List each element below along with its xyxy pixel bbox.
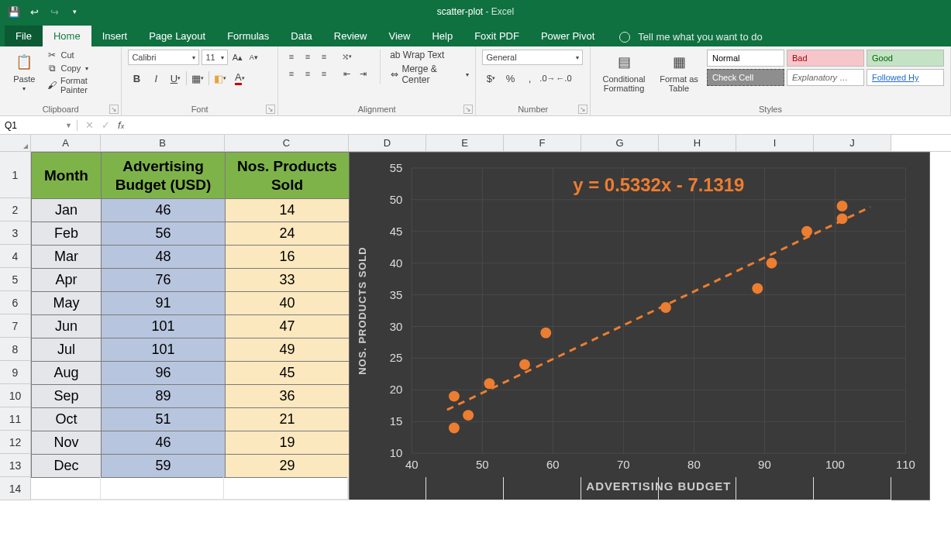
cell-style-followed-hyperlink[interactable]: Followed Hy [867,69,944,86]
row-header[interactable]: 4 [0,245,31,268]
orientation-icon[interactable]: ⤭▾ [340,50,354,64]
accounting-format-icon[interactable]: $▾ [482,70,499,87]
italic-button[interactable]: I [147,70,164,87]
row-header[interactable]: 12 [0,431,31,454]
cell-budget[interactable]: 96 [102,362,226,385]
wrap-text-button[interactable]: abWrap Text [390,50,470,60]
bold-button[interactable]: B [128,70,145,87]
save-icon[interactable]: 💾 [6,4,22,19]
cell-sold[interactable]: 19 [226,431,350,455]
dialog-launcher-icon[interactable]: ↘ [266,105,275,114]
borders-button[interactable]: ▦▾ [189,70,206,87]
paste-button[interactable]: 📋 Paste ▾ [6,50,42,92]
row-header[interactable]: 9 [0,361,31,384]
cell-budget[interactable]: 101 [102,315,226,338]
dialog-launcher-icon[interactable]: ↘ [463,105,473,114]
conditional-formatting-button[interactable]: ▤ Conditional Formatting [597,50,651,93]
dialog-launcher-icon[interactable]: ↘ [109,105,119,114]
format-as-table-button[interactable]: ▦ Format as Table [656,50,702,93]
decrease-indent-icon[interactable]: ⇤ [340,67,354,81]
tab-help[interactable]: Help [421,26,463,46]
format-painter-button[interactable]: 🖌Format Painter [47,76,115,94]
font-name-select[interactable]: Calibri▾ [128,50,199,65]
align-bottom-icon[interactable]: ≡ [317,50,331,64]
row-header[interactable]: 3 [0,222,31,245]
underline-button[interactable]: U▾ [167,70,184,87]
cell-style-bad[interactable]: Bad [787,50,864,67]
redo-icon[interactable]: ↪ [47,4,62,19]
cell-month[interactable]: Feb [32,222,102,246]
comma-format-icon[interactable]: , [521,70,538,87]
cell-budget[interactable]: 91 [102,292,226,315]
cell-month[interactable]: Dec [32,455,102,478]
row-header[interactable]: 7 [0,314,31,338]
tab-power-pivot[interactable]: Power Pivot [530,26,605,46]
enter-formula-icon[interactable]: ✓ [102,119,110,131]
column-header-G[interactable]: G [581,135,659,151]
cut-button[interactable]: ✂Cut [47,50,115,60]
row-header[interactable]: 6 [0,291,31,314]
cell-sold[interactable]: 33 [226,269,350,292]
column-header-F[interactable]: F [504,135,581,151]
cell-style-explanatory[interactable]: Explanatory … [787,69,864,86]
row-header[interactable]: 13 [0,454,31,477]
header-budget[interactable]: Advertising Budget (USD) [102,153,226,199]
cell-budget[interactable]: 59 [102,455,226,478]
font-size-select[interactable]: 11▾ [202,50,228,65]
increase-decimal-icon[interactable]: .0→ [540,71,554,85]
cell-month[interactable]: Apr [32,269,102,292]
cell-month[interactable]: Nov [32,431,102,455]
cell-sold[interactable]: 29 [226,455,350,478]
cell-month[interactable]: Oct [32,408,102,431]
tell-me[interactable]: Tell me what you want to do [619,31,762,46]
align-left-icon[interactable]: ≡ [284,67,298,81]
cell-sold[interactable]: 36 [226,385,350,408]
tab-home[interactable]: Home [43,26,91,46]
cell-sold[interactable]: 14 [226,199,350,222]
decrease-font-icon[interactable]: A▾ [246,50,260,64]
increase-font-icon[interactable]: A▴ [230,50,244,64]
column-header-H[interactable]: H [659,135,736,151]
cell-month[interactable]: Jun [32,315,102,338]
tab-review[interactable]: Review [323,26,378,46]
copy-button[interactable]: ⧉Copy▾ [47,63,115,74]
cell-budget[interactable]: 101 [102,338,226,362]
tab-formulas[interactable]: Formulas [216,26,280,46]
tab-page-layout[interactable]: Page Layout [138,26,216,46]
column-header-I[interactable]: I [736,135,814,151]
tab-insert[interactable]: Insert [91,26,139,46]
column-header-J[interactable]: J [814,135,891,151]
cell-month[interactable]: Jan [32,199,102,222]
row-header[interactable]: 11 [0,407,31,431]
scatter-chart[interactable]: 40506070809010011010152025303540455055y … [349,152,930,500]
increase-indent-icon[interactable]: ⇥ [357,67,370,81]
cell-month[interactable]: Aug [32,362,102,385]
cell-budget[interactable]: 51 [102,408,226,431]
name-box[interactable]: Q1 ▼ [0,120,78,131]
cell-budget[interactable]: 46 [102,199,226,222]
qat-customize-icon[interactable]: ▾ [67,4,82,19]
merge-center-button[interactable]: ⇔Merge & Center▾ [390,64,470,85]
cell-sold[interactable]: 47 [226,315,350,338]
cell-sold[interactable]: 21 [226,408,350,431]
cell-month[interactable]: Sep [32,385,102,408]
header-sold[interactable]: Nos. Products Sold [226,153,350,199]
column-header-D[interactable]: D [349,135,426,151]
percent-format-icon[interactable]: % [501,70,519,87]
cell-sold[interactable]: 49 [226,338,350,362]
align-middle-icon[interactable]: ≡ [301,50,315,64]
cell-sold[interactable]: 16 [226,246,350,269]
dialog-launcher-icon[interactable]: ↘ [578,105,587,114]
row-header[interactable]: 5 [0,268,31,291]
tab-file[interactable]: File [5,26,43,46]
tab-foxit-pdf[interactable]: Foxit PDF [463,26,530,46]
font-color-button[interactable]: A▾ [231,70,248,87]
row-header[interactable]: 1 [0,152,31,198]
cell-month[interactable]: May [32,292,102,315]
cell-budget[interactable]: 76 [102,269,226,292]
cell-sold[interactable]: 45 [226,362,350,385]
cell-style-check-cell[interactable]: Check Cell [707,69,784,86]
cell-budget[interactable]: 56 [102,222,226,246]
cell-style-normal[interactable]: Normal [707,50,784,67]
row-header[interactable]: 14 [0,477,31,500]
